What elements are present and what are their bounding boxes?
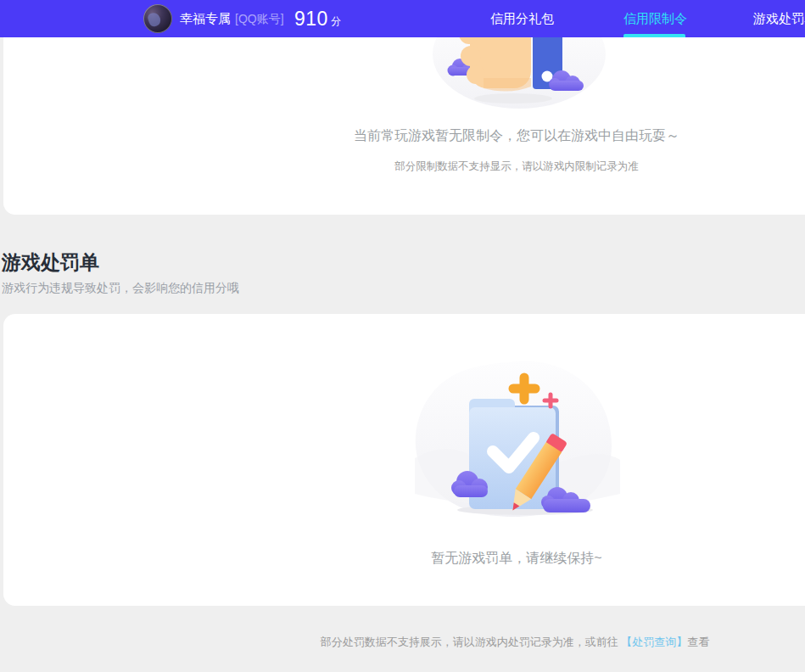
penalty-disclaimer: 部分处罚数据不支持展示，请以游戏内处罚记录为准，或前往 【处罚查询】查看 xyxy=(0,635,805,650)
credit-page: 幸福专属 [QQ账号] 910 分 信用分礼包 信用限制令 游戏处罚单 xyxy=(0,0,805,672)
penalty-disclaimer-suffix: 查看 xyxy=(687,636,709,648)
credit-score-unit: 分 xyxy=(331,14,341,29)
top-navbar: 幸福专属 [QQ账号] 910 分 信用分礼包 信用限制令 游戏处罚单 xyxy=(0,0,805,37)
user-avatar[interactable] xyxy=(143,4,172,33)
credit-score: 910 分 xyxy=(294,0,341,37)
credit-score-value: 910 xyxy=(294,8,328,31)
penalty-query-link[interactable]: 【处罚查询】 xyxy=(621,636,687,648)
tab-credit-restriction[interactable]: 信用限制令 xyxy=(623,0,687,37)
penalty-section-subtitle: 游戏行为违规导致处罚，会影响您的信用分哦 xyxy=(2,281,239,296)
folder-checkmark-illustration-icon xyxy=(406,356,627,529)
user-name: 幸福专属 xyxy=(180,0,231,37)
restriction-disclaimer: 部分限制数据不支持显示，请以游戏内限制记录为准 xyxy=(3,160,805,174)
penalty-section-title: 游戏处罚单 xyxy=(2,249,99,276)
tab-credit-gift[interactable]: 信用分礼包 xyxy=(490,0,554,37)
penalty-disclaimer-text: 部分处罚数据不支持展示，请以游戏内处罚记录为准，或前往 xyxy=(321,636,622,648)
restriction-card: 当前常玩游戏暂无限制令，您可以在游戏中自由玩耍～ 部分限制数据不支持显示，请以游… xyxy=(3,37,805,215)
no-penalty-message: 暂无游戏罚单，请继续保持~ xyxy=(3,550,805,568)
no-restriction-message: 当前常玩游戏暂无限制令，您可以在游戏中自由玩耍～ xyxy=(3,127,805,145)
tab-game-penalty[interactable]: 游戏处罚单 xyxy=(753,0,805,37)
account-type-label: [QQ账号] xyxy=(235,0,284,37)
penalty-card: 暂无游戏罚单，请继续保持~ xyxy=(3,314,805,606)
